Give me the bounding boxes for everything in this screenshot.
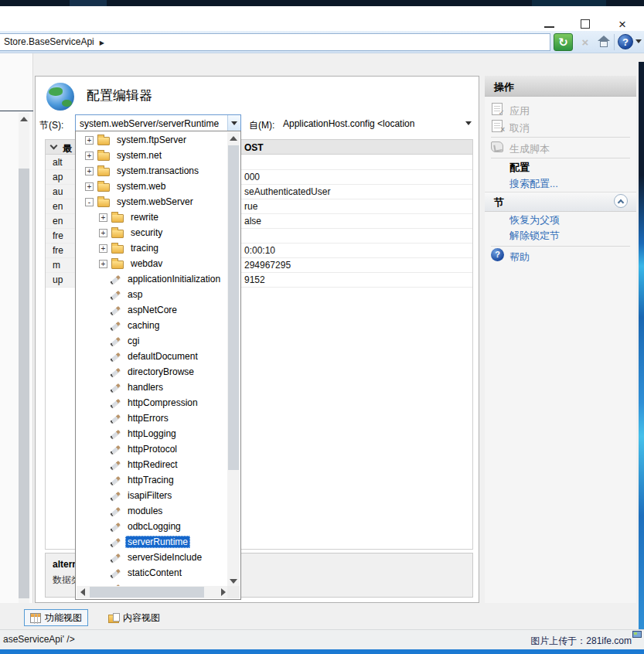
- tree-item[interactable]: httpCompression: [77, 395, 229, 410]
- tree-item[interactable]: serverSideInclude: [77, 550, 229, 565]
- tree-item-label: httpRedirect: [125, 458, 180, 471]
- tree-item[interactable]: + system.ftpServer: [77, 132, 229, 148]
- collapse-chevron-icon[interactable]: [50, 142, 58, 150]
- pencil-icon: [109, 351, 121, 363]
- tree-item[interactable]: + system.net: [77, 148, 229, 163]
- tree-item-label: caching: [125, 319, 162, 332]
- tree-item[interactable]: directoryBrowse: [77, 364, 229, 380]
- pencil-icon: [109, 475, 121, 486]
- address-input[interactable]: Store.BaseServiceApi▶: [0, 33, 550, 51]
- tree-item[interactable]: + system.transactions: [77, 163, 229, 179]
- tree-item[interactable]: httpProtocol: [77, 441, 229, 457]
- tab-content-view[interactable]: 内容视图: [103, 609, 165, 626]
- tree-item[interactable]: + webdav: [77, 256, 229, 271]
- tree-item[interactable]: httpLogging: [77, 426, 229, 441]
- tree-item[interactable]: isapiFilters: [77, 488, 229, 503]
- scroll-left-icon: [80, 588, 85, 596]
- tree-item-label: isapiFilters: [125, 489, 174, 502]
- go-button[interactable]: ↻: [554, 33, 573, 51]
- top-strip-decor: [532, 0, 606, 6]
- content-view-icon: [108, 615, 119, 623]
- vertical-scroll-thumb[interactable]: [228, 145, 239, 470]
- search-config-link[interactable]: 搜索配置...: [509, 177, 558, 191]
- tree-item-label: system.net: [114, 149, 164, 162]
- tree-item[interactable]: applicationInitialization: [77, 271, 229, 287]
- close-button[interactable]: ×: [612, 17, 632, 32]
- actions-separator: [491, 158, 630, 158]
- tree-item-label: system.web: [114, 180, 168, 192]
- pencil-icon: [109, 428, 121, 440]
- expander-icon[interactable]: -: [85, 198, 94, 206]
- pencil-icon: [109, 444, 121, 455]
- horizontal-scroll-thumb[interactable]: [90, 587, 204, 598]
- property-value-fragment: seAuthenticatedUser: [244, 186, 330, 197]
- revert-to-parent-link[interactable]: 恢复为父项: [509, 213, 560, 227]
- tree-item[interactable]: + tracing: [77, 240, 229, 256]
- folder-icon: [111, 214, 124, 223]
- tree-item[interactable]: serverRuntime: [77, 534, 229, 550]
- pencil-icon: [109, 382, 121, 393]
- tree-item[interactable]: + system.web: [77, 179, 229, 194]
- home-button[interactable]: [597, 35, 612, 49]
- watermark-text: 图片上传于：281ife.com: [530, 635, 632, 648]
- breadcrumb-arrow-icon[interactable]: ▶: [100, 35, 104, 51]
- panel-divider: [0, 111, 33, 111]
- section-combobox[interactable]: system.webServer/serverRuntime: [75, 114, 241, 132]
- actions-header: 操作: [485, 76, 636, 97]
- section-combobox-button[interactable]: [227, 115, 240, 131]
- tree-item[interactable]: odbcLogging: [77, 519, 229, 534]
- tree-item-label: httpTracing: [125, 474, 176, 486]
- scroll-left-button[interactable]: [77, 586, 89, 598]
- tree-item[interactable]: defaultDocument: [77, 349, 229, 364]
- left-scrollbar-thumb[interactable]: [19, 169, 29, 598]
- watermark-icon: [632, 631, 642, 638]
- tree-item[interactable]: httpRedirect: [77, 457, 229, 472]
- scroll-up-button[interactable]: [227, 132, 240, 145]
- tree-item[interactable]: cgi: [77, 333, 229, 349]
- from-label: 自(M):: [249, 119, 274, 132]
- scroll-up-icon[interactable]: [20, 117, 28, 121]
- tree-item[interactable]: + rewrite: [77, 209, 229, 225]
- pencil-icon: [109, 567, 121, 579]
- expander-icon[interactable]: +: [99, 213, 107, 222]
- expander-icon[interactable]: +: [99, 229, 107, 237]
- tree-item-label: applicationInitialization: [125, 273, 223, 285]
- expander-icon[interactable]: +: [85, 136, 94, 145]
- status-text: aseServiceApi' />: [3, 634, 75, 645]
- minimize-button[interactable]: [540, 17, 560, 32]
- tree-item[interactable]: httpTracing: [77, 472, 229, 488]
- maximize-icon: [581, 19, 590, 29]
- tree-item[interactable]: staticContent: [77, 565, 229, 581]
- help-dropdown-caret-icon[interactable]: [635, 39, 642, 43]
- maximize-button[interactable]: [575, 17, 595, 32]
- config-heading: 配置: [509, 161, 530, 175]
- unlock-section-link[interactable]: 解除锁定节: [509, 229, 560, 243]
- expander-icon[interactable]: +: [99, 244, 107, 253]
- tree-item[interactable]: aspNetCore: [77, 302, 229, 318]
- expander-icon[interactable]: +: [85, 167, 94, 175]
- from-combobox[interactable]: ApplicationHost.config <location: [283, 118, 414, 129]
- expander-icon[interactable]: +: [85, 182, 94, 191]
- help-link[interactable]: 帮助: [509, 250, 530, 264]
- tree-item-label: serverRuntime: [125, 536, 190, 548]
- tree-item[interactable]: + security: [77, 225, 229, 240]
- tree-item[interactable]: - system.webServer: [77, 194, 229, 209]
- tab-features-view[interactable]: 功能视图: [24, 609, 88, 626]
- tree-item[interactable]: httpErrors: [77, 410, 229, 426]
- tree-item-label: serverSideInclude: [125, 551, 204, 564]
- expander-icon[interactable]: +: [85, 152, 94, 160]
- tree-item[interactable]: asp: [77, 287, 229, 302]
- from-chevron-down-icon[interactable]: [465, 121, 472, 125]
- tree-item[interactable]: handlers: [77, 380, 229, 395]
- tree-vertical-scrollbar[interactable]: [227, 132, 240, 588]
- collapse-section-button[interactable]: [614, 194, 628, 208]
- home-icon: [600, 41, 608, 47]
- tree-item[interactable]: modules: [77, 503, 229, 519]
- tree-item-label: system.transactions: [114, 165, 201, 177]
- section-dropdown-list: + system.ftpServer + system.net + system…: [75, 131, 241, 600]
- scroll-right-icon: [221, 588, 226, 596]
- expander-icon[interactable]: +: [99, 260, 107, 268]
- tree-item[interactable]: caching: [77, 318, 229, 333]
- tree-horizontal-scrollbar[interactable]: [77, 586, 229, 598]
- help-button[interactable]: ?: [618, 34, 633, 49]
